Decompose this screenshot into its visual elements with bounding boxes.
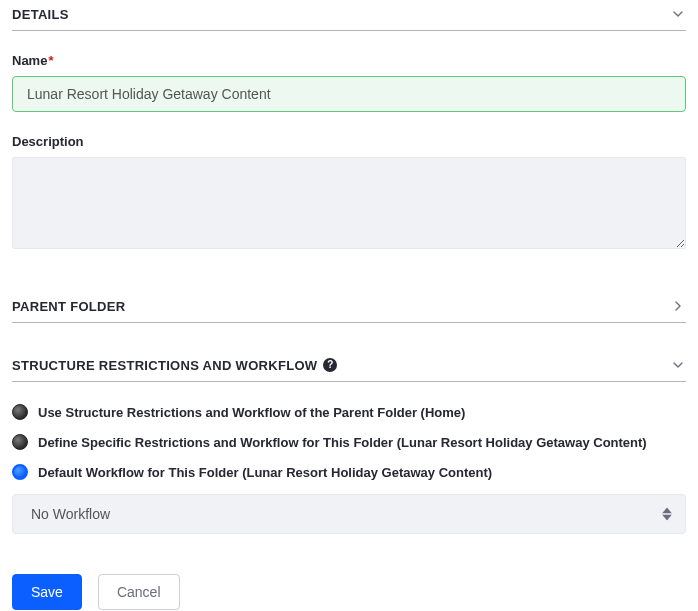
section-title-details: DETAILS [12,7,69,22]
workflow-select[interactable]: No Workflow [12,494,686,534]
name-label-text: Name [12,53,47,68]
chevron-down-icon [670,6,686,22]
description-textarea[interactable] [12,157,686,249]
workflow-radio-group: Use Structure Restrictions and Workflow … [12,404,686,480]
help-icon[interactable]: ? [323,358,337,372]
radio-label: Use Structure Restrictions and Workflow … [38,405,465,420]
section-header-parent-folder[interactable]: PARENT FOLDER [12,292,686,323]
radio-define-specific[interactable]: Define Specific Restrictions and Workflo… [12,434,686,450]
save-button[interactable]: Save [12,574,82,610]
section-header-structure-restrictions[interactable]: STRUCTURE RESTRICTIONS AND WORKFLOW ? [12,351,686,382]
section-header-details[interactable]: DETAILS [12,0,686,31]
radio-label: Define Specific Restrictions and Workflo… [38,435,647,450]
workflow-select-wrap: No Workflow [12,494,686,534]
radio-default-workflow[interactable]: Default Workflow for This Folder (Lunar … [12,464,686,480]
field-description: Description [12,134,686,252]
chevron-down-icon [670,357,686,373]
section-title-parent-folder: PARENT FOLDER [12,299,125,314]
radio-icon [12,404,28,420]
chevron-right-icon [670,298,686,314]
field-name: Name* [12,53,686,112]
radio-label: Default Workflow for This Folder (Lunar … [38,465,492,480]
description-label: Description [12,134,686,149]
required-asterisk: * [48,53,53,68]
section-title-structure-restrictions: STRUCTURE RESTRICTIONS AND WORKFLOW [12,358,317,373]
radio-icon [12,434,28,450]
radio-use-parent[interactable]: Use Structure Restrictions and Workflow … [12,404,686,420]
radio-icon [12,464,28,480]
form-footer: Save Cancel [12,574,686,610]
cancel-button[interactable]: Cancel [98,574,180,610]
name-input[interactable] [12,76,686,112]
name-label: Name* [12,53,686,68]
